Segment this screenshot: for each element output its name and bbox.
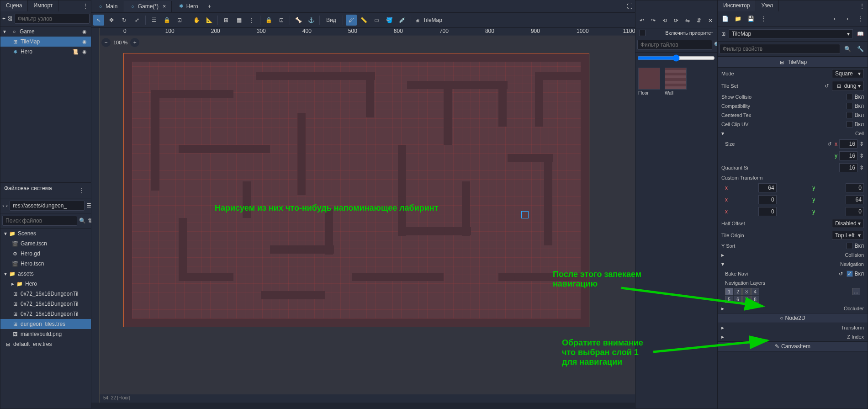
link-icon[interactable]: ⛓: [7, 13, 13, 24]
stepper-icon[interactable]: ⇕: [859, 153, 864, 159]
fs-item[interactable]: 🎬Game.tscn: [0, 239, 91, 249]
clear-transform-icon[interactable]: ✕: [705, 15, 715, 26]
undo-icon[interactable]: ↶: [637, 15, 647, 26]
snap-config-icon[interactable]: ⋮: [246, 15, 257, 26]
history-menu-icon[interactable]: ⋮: [855, 13, 866, 24]
load-resource-icon[interactable]: 📁: [732, 13, 743, 24]
rotate-right-icon[interactable]: ⟳: [672, 15, 681, 26]
move-tool-icon[interactable]: ✥: [106, 15, 117, 26]
rect-tool-icon[interactable]: ▭: [371, 15, 382, 26]
tile-wall[interactable]: [665, 68, 687, 90]
ct-10-input[interactable]: [758, 195, 777, 204]
tile-origin-dropdown[interactable]: Top Left▾: [832, 231, 864, 240]
tile-filter-input[interactable]: [637, 40, 712, 50]
add-tab-icon[interactable]: +: [204, 1, 215, 12]
fs-item[interactable]: ▾ 📁Scenes: [0, 228, 91, 239]
fs-item[interactable]: ⚙Hero.gd: [0, 249, 91, 259]
fs-view-icon[interactable]: ☰: [86, 200, 91, 211]
new-resource-icon[interactable]: 📄: [720, 13, 730, 24]
fs-path-input[interactable]: [10, 201, 85, 211]
tile-floor[interactable]: [638, 68, 660, 90]
script-icon[interactable]: 📜: [72, 48, 79, 55]
nav-layer-4[interactable]: 4: [751, 288, 759, 295]
fs-item[interactable]: ▾ 📁assets: [0, 269, 91, 279]
nav-layer-3[interactable]: 3: [742, 288, 751, 295]
viewport[interactable]: 0100200300400500600700800900100011001200…: [91, 28, 635, 403]
tree-node-tilemap[interactable]: ⊞ TileMap ◉: [0, 37, 91, 47]
flip-h-icon[interactable]: ⇋: [683, 15, 692, 26]
fs-item[interactable]: ⊞0x72_16x16DungeonTil: [0, 309, 91, 319]
nav-layer-6[interactable]: 6: [734, 296, 742, 303]
flip-v-icon[interactable]: ⇵: [694, 15, 704, 26]
tab-scene[interactable]: Сцена: [0, 0, 28, 11]
section-navigation[interactable]: ▾ Navigation: [718, 260, 868, 269]
stepper-icon[interactable]: ⇕: [859, 165, 864, 171]
show-collision-checkbox[interactable]: [847, 94, 853, 100]
group-icon[interactable]: ⊡: [276, 15, 287, 26]
tools-icon[interactable]: 🔧: [855, 43, 866, 54]
nav-layer-2[interactable]: 2: [734, 288, 742, 295]
fs-item[interactable]: ▸ 📁Hero: [0, 279, 91, 289]
paint-tool-icon[interactable]: 🖊: [346, 15, 357, 26]
priority-checkbox[interactable]: [639, 30, 646, 36]
size-x-input[interactable]: [839, 139, 857, 149]
stepper-icon[interactable]: ⇕: [859, 141, 864, 147]
centered-tex-checkbox[interactable]: [847, 112, 853, 118]
ct-20-input[interactable]: [758, 207, 777, 216]
fs-item[interactable]: ⊞dungeon_tiles.tres: [0, 319, 91, 329]
nav-fwd-icon[interactable]: ›: [6, 200, 8, 211]
add-node-icon[interactable]: +: [2, 13, 5, 24]
fs-item[interactable]: ⊞0x72_16x16DungeonTil: [0, 289, 91, 299]
pan-tool-icon[interactable]: ✋: [191, 15, 202, 26]
select-tool-icon[interactable]: ↖: [93, 15, 104, 26]
nav-layers-more[interactable]: …: [852, 288, 860, 295]
zoom-in-icon[interactable]: +: [130, 38, 139, 47]
picker-tool-icon[interactable]: 💉: [397, 15, 408, 26]
inspector-menu-icon[interactable]: ⋮: [857, 0, 868, 11]
section-zindex[interactable]: ▸ Z Index: [718, 332, 868, 341]
fs-search-input[interactable]: [2, 216, 77, 226]
nav-layer-1[interactable]: 1: [725, 288, 733, 295]
section-transform[interactable]: ▸ Transform: [718, 323, 868, 332]
tree-node-game[interactable]: ▾○ Game ◉: [0, 27, 91, 37]
cell-clip-uv-checkbox[interactable]: [847, 121, 853, 127]
visibility-icon[interactable]: ◉: [81, 48, 88, 55]
object-selector[interactable]: TileMap▾: [729, 29, 853, 38]
section-collision[interactable]: ▸ Collision: [718, 250, 868, 260]
history-fwd-icon[interactable]: ›: [842, 13, 853, 24]
revert-icon[interactable]: ↺: [826, 140, 833, 148]
zoom-out-icon[interactable]: −: [101, 38, 111, 47]
lock-tool-icon[interactable]: 🔒: [161, 15, 172, 26]
group-tool-icon[interactable]: ⊡: [174, 15, 185, 26]
tilemap-canvas[interactable]: [123, 53, 589, 327]
anchor-icon[interactable]: ⚓: [306, 15, 317, 26]
fs-item[interactable]: ⊞default_env.tres: [0, 339, 91, 349]
history-back-icon[interactable]: ‹: [829, 13, 840, 24]
nav-back-icon[interactable]: ‹: [2, 200, 4, 211]
close-icon[interactable]: ×: [163, 3, 166, 10]
scene-menu-icon[interactable]: ⋮: [80, 0, 91, 11]
redo-icon[interactable]: ↷: [649, 15, 658, 26]
quadrant-input[interactable]: [839, 163, 857, 172]
lock-icon[interactable]: 🔒: [263, 15, 274, 26]
grid-snap-icon[interactable]: ▦: [233, 15, 244, 26]
fs-menu-icon[interactable]: ⋮: [76, 185, 87, 196]
fs-item[interactable]: 🖼mainlevbuild.png: [0, 329, 91, 339]
tab-node[interactable]: Узел: [756, 0, 779, 11]
visibility-icon[interactable]: ◉: [81, 38, 88, 45]
bake-navi-checkbox[interactable]: ✓: [847, 271, 853, 277]
compatibility-checkbox[interactable]: [847, 103, 853, 109]
ct-21-input[interactable]: [846, 207, 864, 216]
bone-icon[interactable]: 🦴: [293, 15, 304, 26]
distraction-free-icon[interactable]: ⛶: [624, 1, 635, 12]
tab-inspector[interactable]: Инспектор: [718, 0, 756, 11]
revert-icon[interactable]: ↺: [823, 82, 830, 90]
line-tool-icon[interactable]: 📏: [359, 15, 370, 26]
resource-menu-icon[interactable]: ⋮: [758, 13, 769, 24]
nav-layer-7[interactable]: 7: [742, 296, 751, 303]
ct-01-input[interactable]: [846, 183, 864, 192]
rotate-tool-icon[interactable]: ↻: [119, 15, 130, 26]
ct-00-input[interactable]: [758, 183, 777, 192]
fs-item[interactable]: ⊞0x72_16x16DungeonTil: [0, 299, 91, 309]
list-tool-icon[interactable]: ☰: [148, 15, 159, 26]
